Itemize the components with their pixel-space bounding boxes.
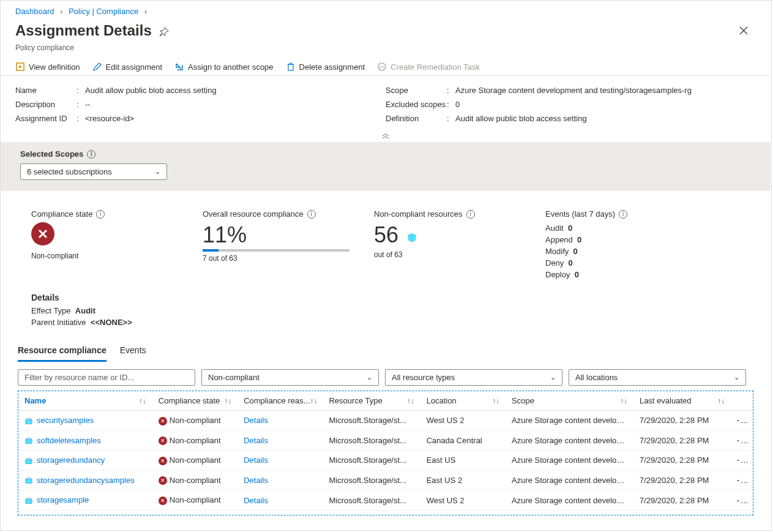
details-link[interactable]: Details	[244, 496, 268, 505]
info-icon[interactable]: i	[87, 150, 95, 159]
chevron-down-icon: ⌄	[550, 373, 556, 381]
delete-assignment-button[interactable]: Delete assignment	[286, 62, 365, 72]
tab-events[interactable]: Events	[120, 340, 146, 362]
resource-link[interactable]: softdeletesamples	[37, 436, 101, 445]
table-row[interactable]: storageredundancy✕Non-compliantDetailsMi…	[18, 451, 753, 471]
create-remediation-button: Create Remediation Task	[377, 62, 480, 72]
filters-row: Filter by resource name or ID... Non-com…	[1, 362, 771, 391]
resource-cube-icon	[407, 222, 416, 231]
cell-last-evaluated: 7/29/2020, 2:28 PM	[633, 431, 731, 450]
chevron-right-icon: ›	[141, 7, 151, 16]
collapse-toggle[interactable]	[1, 130, 771, 142]
chevron-down-icon: ⌄	[734, 373, 739, 381]
label-name: Name	[15, 86, 77, 95]
filter-resource-type[interactable]: All resource types⌄	[385, 369, 562, 386]
info-icon[interactable]: i	[619, 210, 627, 219]
svg-rect-11	[27, 478, 31, 480]
cell-scope: Azure Storage content developme...	[506, 451, 633, 470]
chevron-down-icon: ⌄	[367, 373, 372, 381]
overall-compliance-sub: 7 out of 63	[203, 254, 362, 263]
details-heading: Details	[31, 293, 740, 302]
row-menu-button[interactable]: ···	[731, 411, 753, 430]
svg-rect-9	[27, 458, 31, 460]
events-stat: Events (last 7 days)i Audit 0 Append 0 M…	[545, 209, 627, 280]
value-name: Audit allow public blob access setting	[85, 86, 386, 95]
storage-icon	[24, 436, 33, 445]
resource-link[interactable]: storageredundancy	[37, 455, 105, 465]
value-definition: Audit allow public blob access setting	[455, 114, 756, 123]
cell-scope: Azure Storage content developme...	[506, 491, 633, 510]
resource-link[interactable]: securitysamples	[37, 416, 94, 425]
assign-scope-button[interactable]: Assign to another scope	[174, 62, 273, 72]
view-definition-button[interactable]: View definition	[15, 62, 80, 72]
col-actions	[731, 396, 753, 406]
storage-icon	[24, 417, 33, 425]
pin-icon[interactable]	[159, 27, 169, 39]
breadcrumb-dashboard[interactable]: Dashboard	[15, 7, 54, 16]
cell-scope: Azure Storage content developme...	[506, 431, 633, 450]
col-resource-type[interactable]: Resource Type↑↓	[323, 391, 420, 410]
cell-resource-type: Microsoft.Storage/st...	[323, 471, 420, 490]
filter-location[interactable]: All locations⌄	[569, 369, 746, 386]
resource-link[interactable]: storagesample	[37, 495, 89, 504]
label-excluded-scopes: Excluded scopes	[386, 100, 447, 109]
table-row[interactable]: storagesample✕Non-compliantDetailsMicros…	[18, 490, 753, 511]
cell-location: Canada Central	[420, 431, 506, 450]
storage-icon	[24, 476, 33, 485]
table-row[interactable]: securitysamples✕Non-compliantDetailsMicr…	[18, 411, 753, 431]
cell-last-evaluated: 7/29/2020, 2:28 PM	[633, 491, 731, 510]
stats-section: Compliance statei Non-compliant Overall …	[1, 191, 771, 287]
svg-rect-2	[288, 64, 293, 70]
close-button[interactable]	[735, 22, 752, 41]
col-last-evaluated[interactable]: Last evaluated↑↓	[633, 391, 731, 410]
non-compliant-icon	[31, 222, 54, 245]
filter-compliance-state[interactable]: Non-compliant⌄	[201, 369, 379, 386]
table-row[interactable]: softdeletesamples✕Non-compliantDetailsMi…	[18, 431, 753, 451]
col-compliance-reason[interactable]: Compliance reas...↑↓	[237, 391, 323, 410]
compliance-state-value: Non-compliant	[31, 252, 190, 260]
resource-link[interactable]: storageredundancysamples	[37, 476, 135, 485]
filter-name-input[interactable]: Filter by resource name or ID...	[18, 369, 195, 386]
edit-assignment-button[interactable]: Edit assignment	[92, 62, 163, 72]
non-compliant-icon: ✕	[159, 476, 167, 485]
cell-last-evaluated: 7/29/2020, 2:28 PM	[633, 411, 731, 430]
label-scope: Scope	[386, 86, 447, 95]
info-icon[interactable]: i	[466, 210, 475, 219]
label-assignment-id: Assignment ID	[15, 114, 77, 123]
row-menu-button[interactable]: ···	[731, 471, 753, 490]
col-location[interactable]: Location↑↓	[420, 391, 506, 410]
info-icon[interactable]: i	[96, 210, 105, 219]
row-menu-button[interactable]: ···	[731, 451, 753, 470]
trash-icon	[286, 62, 296, 72]
details-link[interactable]: Details	[244, 436, 268, 445]
cell-resource-type: Microsoft.Storage/st...	[323, 411, 420, 430]
compliance-progress-bar	[203, 249, 349, 252]
scopes-dropdown[interactable]: 6 selected subscriptions ⌄	[20, 163, 167, 180]
tabs: Resource compliance Events	[1, 340, 771, 362]
col-compliance-state[interactable]: Compliance state↑↓	[152, 391, 237, 410]
page-subtitle: Policy compliance	[1, 43, 771, 58]
details-link[interactable]: Details	[244, 476, 268, 485]
chevron-right-icon: ›	[56, 7, 66, 16]
details-link[interactable]: Details	[244, 455, 268, 465]
info-icon[interactable]: i	[307, 210, 316, 219]
non-compliant-icon: ✕	[159, 417, 167, 425]
col-scope[interactable]: Scope↑↓	[506, 391, 633, 410]
toolbar: View definition Edit assignment Assign t…	[1, 58, 771, 76]
svg-rect-7	[27, 438, 31, 440]
overall-compliance-stat: Overall resource compliancei 11% 7 out o…	[203, 209, 362, 280]
chevron-up-double-icon	[381, 133, 390, 139]
col-name[interactable]: Name↑↓	[18, 391, 152, 410]
breadcrumb-policy-compliance[interactable]: Policy | Compliance	[69, 7, 138, 16]
cell-location: East US 2	[420, 471, 506, 490]
value-excluded-scopes: 0	[455, 100, 756, 109]
sort-icon: ↑↓	[139, 397, 146, 405]
table-row[interactable]: storageredundancysamples✕Non-compliantDe…	[18, 471, 753, 491]
value-assignment-id: <resource-id>	[85, 114, 386, 123]
svg-rect-5	[27, 418, 31, 420]
row-menu-button[interactable]: ···	[731, 431, 753, 450]
non-compliant-icon: ✕	[159, 496, 167, 505]
tab-resource-compliance[interactable]: Resource compliance	[18, 340, 106, 362]
details-link[interactable]: Details	[244, 416, 268, 425]
row-menu-button[interactable]: ···	[731, 491, 753, 510]
